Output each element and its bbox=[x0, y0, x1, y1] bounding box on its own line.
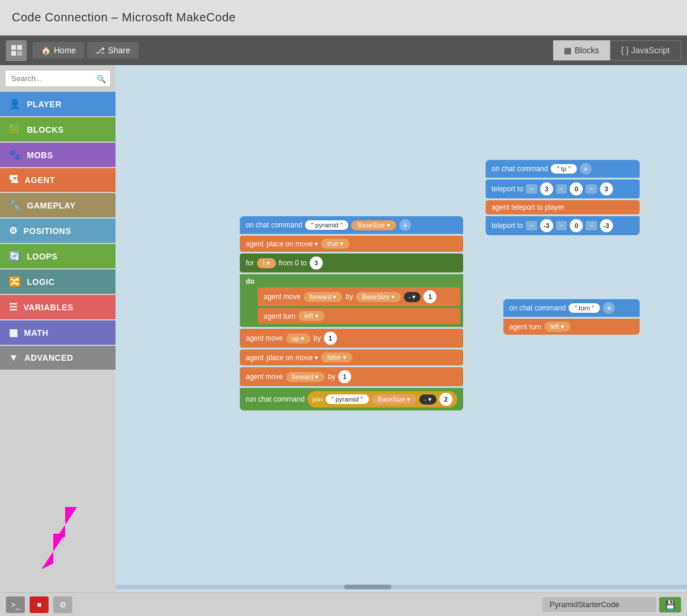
on-chat-command-header[interactable]: on chat command " pyramid " BaseSize ▾ + bbox=[240, 216, 463, 234]
false-pill[interactable]: false ▾ bbox=[321, 352, 352, 362]
true-pill[interactable]: true ▾ bbox=[321, 239, 349, 249]
agent-move-forward-1[interactable]: agent move forward ▾ by 1 bbox=[240, 367, 463, 386]
agent-icon: 🏗 bbox=[9, 175, 19, 185]
javascript-tab-label: { } JavaScript bbox=[621, 46, 670, 55]
turn-cmd-header[interactable]: on chat command " turn " + bbox=[503, 299, 640, 317]
join-block[interactable]: join " pyramid " BaseSize ▾ - ▾ 2 bbox=[307, 391, 457, 408]
scrollbar-thumb[interactable] bbox=[344, 585, 391, 589]
pyramid-block-group: on chat command " pyramid " BaseSize ▾ +… bbox=[240, 216, 463, 410]
forward-pill2[interactable]: forward ▾ bbox=[286, 372, 325, 382]
sidebar-label-mobs: MOBS bbox=[27, 150, 53, 160]
base-size-pill[interactable]: BaseSize ▾ bbox=[351, 220, 396, 230]
agent-turn-left-block2[interactable]: agent turn left ▾ bbox=[503, 319, 640, 335]
tele-tilde2: ~ bbox=[556, 184, 567, 194]
agent-place-on-move-true[interactable]: agent place on move ▾ true ▾ bbox=[240, 236, 463, 252]
turn-left-pill[interactable]: left ▾ bbox=[544, 322, 570, 332]
turn-add-btn[interactable]: + bbox=[603, 302, 615, 314]
app-logo bbox=[6, 40, 27, 61]
minus-pill[interactable]: - ▾ bbox=[404, 292, 421, 302]
tele2-tilde1: ~ bbox=[526, 221, 537, 230]
add-param-btn[interactable]: + bbox=[399, 219, 411, 231]
math-icon: ▦ bbox=[9, 327, 18, 338]
agent-turn-left-block[interactable]: agent turn left ▾ bbox=[258, 308, 460, 324]
terminal-icon: >_ bbox=[11, 600, 20, 609]
tab-blocks[interactable]: ▦ Blocks bbox=[553, 40, 609, 60]
variables-icon: ☰ bbox=[9, 301, 18, 313]
loop-count[interactable]: 3 bbox=[310, 256, 323, 270]
blocks-tab-label: Blocks bbox=[574, 46, 599, 55]
tp-pill[interactable]: " tp " bbox=[551, 164, 576, 174]
sidebar-item-mobs[interactable]: 🐾 MOBS bbox=[0, 143, 115, 167]
move-by-1: 1 bbox=[423, 290, 436, 303]
sidebar-item-variables[interactable]: ☰ VARIABLES bbox=[0, 295, 115, 319]
minus-pill2[interactable]: - ▾ bbox=[419, 394, 436, 405]
tele2-z: -3 bbox=[600, 219, 613, 232]
turn-block-group: on chat command " turn " + agent turn le… bbox=[503, 299, 640, 335]
sidebar-label-loops: LOOPS bbox=[27, 252, 58, 261]
pyramid-str-pill[interactable]: " pyramid " bbox=[326, 394, 369, 404]
forward-pill[interactable]: forward ▾ bbox=[304, 292, 343, 302]
sidebar-item-gameplay[interactable]: 🔧 GAMEPLAY bbox=[0, 193, 115, 217]
settings-button[interactable]: ⚙ bbox=[53, 596, 72, 613]
sidebar-item-math[interactable]: ▦ MATH bbox=[0, 320, 115, 345]
sidebar-item-player[interactable]: 👤 PLAYER bbox=[0, 92, 115, 116]
tele-x: 3 bbox=[540, 182, 553, 195]
search-icon: 🔍 bbox=[97, 74, 106, 83]
tele2-tilde3: ~ bbox=[586, 221, 596, 230]
sidebar-item-agent[interactable]: 🏗 AGENT bbox=[0, 168, 115, 192]
cmd-name-pill[interactable]: " pyramid " bbox=[305, 220, 348, 230]
tele-y: 0 bbox=[570, 182, 583, 195]
up-pill[interactable]: up ▾ bbox=[286, 333, 310, 344]
stop-button[interactable]: ■ bbox=[30, 596, 49, 613]
cursor-arrow-svg bbox=[24, 501, 95, 572]
sidebar-label-positions: POSITIONS bbox=[24, 226, 72, 236]
sidebar-label-variables: VARIABLES bbox=[24, 303, 73, 312]
agent-place-on-move-false[interactable]: agent place on move ▾ false ▾ bbox=[240, 349, 463, 365]
sidebar-label-gameplay: GAMEPLAY bbox=[27, 201, 76, 210]
tele2-x: -3 bbox=[540, 219, 553, 232]
status-bar: >_ ■ ⚙ 💾 bbox=[0, 592, 687, 616]
share-button[interactable]: ⎇ Share bbox=[87, 42, 138, 59]
settings-icon: ⚙ bbox=[59, 600, 67, 609]
tp-cmd-header[interactable]: on chat command " tp " + bbox=[486, 160, 640, 178]
sidebar-item-advanced[interactable]: ▼ ADVANCED bbox=[0, 346, 115, 370]
title-bar: Code Connection – Microsoft MakeCode bbox=[0, 0, 687, 36]
turn-pill[interactable]: " turn " bbox=[569, 303, 600, 313]
tab-javascript[interactable]: { } JavaScript bbox=[610, 40, 682, 60]
save-button[interactable]: 💾 bbox=[659, 597, 681, 612]
search-input[interactable] bbox=[5, 70, 111, 87]
terminal-button[interactable]: >_ bbox=[6, 596, 25, 613]
sidebar-label-agent: AGENT bbox=[25, 175, 56, 185]
project-name-input[interactable] bbox=[542, 597, 656, 612]
run-by-2: 2 bbox=[439, 393, 452, 406]
share-label: Share bbox=[108, 46, 130, 55]
svg-rect-2 bbox=[11, 51, 16, 56]
main-layout: 🔍 👤 PLAYER 🟩 BLOCKS 🐾 MOBS 🏗 AGENT 🔧 GAM… bbox=[0, 65, 687, 592]
teleport-to-block[interactable]: teleport to ~ 3 ~ 0 ~ 3 bbox=[486, 179, 640, 198]
home-icon: 🏠 bbox=[41, 46, 51, 55]
mobs-icon: 🐾 bbox=[9, 149, 21, 161]
advanced-icon: ▼ bbox=[9, 352, 18, 363]
run-chat-command-block[interactable]: run chat command join " pyramid " BaseSi… bbox=[240, 388, 463, 410]
left-pill[interactable]: left ▾ bbox=[298, 311, 325, 321]
bs-pill3[interactable]: BaseSize ▾ bbox=[372, 394, 417, 405]
agent-move-forward-block[interactable]: agent move forward ▾ by BaseSize ▾ - ▾ 1 bbox=[258, 287, 460, 306]
agent-move-up-block[interactable]: agent move up ▾ by 1 bbox=[240, 329, 463, 348]
tp-add-btn[interactable]: + bbox=[580, 163, 592, 175]
nav-bar: 🏠 Home ⎇ Share ▦ Blocks { } JavaScript bbox=[0, 36, 687, 65]
agent-teleport-player-block[interactable]: agent teleport to player bbox=[486, 200, 640, 214]
sidebar-item-loops[interactable]: 🔄 LOOPS bbox=[0, 244, 115, 268]
tele2-y: 0 bbox=[570, 219, 583, 232]
canvas-area[interactable]: on chat command " pyramid " BaseSize ▾ +… bbox=[115, 65, 687, 592]
horizontal-scrollbar[interactable] bbox=[115, 585, 687, 589]
teleport-to-block2[interactable]: teleport to ~ -3 ~ 0 ~ -3 bbox=[486, 216, 640, 235]
home-button[interactable]: 🏠 Home bbox=[33, 42, 84, 59]
for-loop-block[interactable]: for i ▾ from 0 to 3 bbox=[240, 254, 463, 272]
i-pill[interactable]: i ▾ bbox=[257, 258, 276, 268]
home-label: Home bbox=[54, 46, 76, 55]
tele-tilde1: ~ bbox=[526, 184, 537, 194]
sidebar-item-logic[interactable]: 🔀 LOGIC bbox=[0, 270, 115, 294]
basesize-pill2[interactable]: BaseSize ▾ bbox=[356, 292, 401, 302]
sidebar-item-blocks[interactable]: 🟩 BLOCKS bbox=[0, 117, 115, 142]
sidebar-item-positions[interactable]: ⚙ POSITIONS bbox=[0, 219, 115, 243]
